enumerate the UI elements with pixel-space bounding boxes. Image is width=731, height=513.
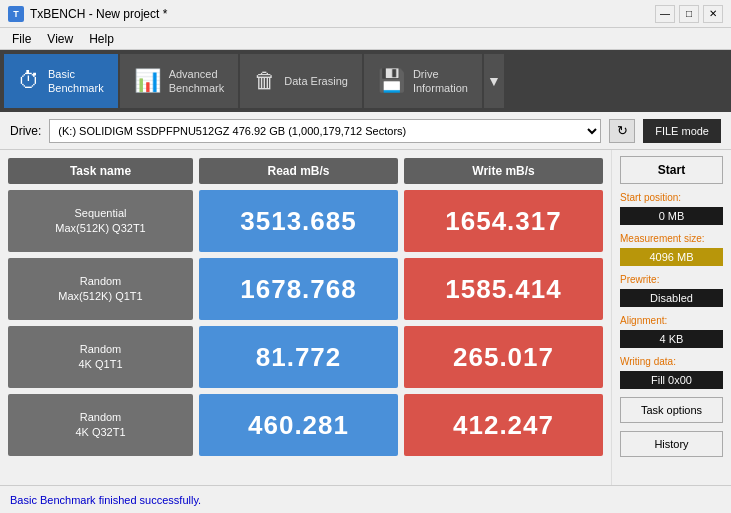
column-header-task: Task name bbox=[8, 158, 193, 184]
prewrite-label: Prewrite: bbox=[620, 274, 723, 285]
measurement-size-value: 4096 MB bbox=[620, 248, 723, 266]
toolbar-basic-benchmark-label: BasicBenchmark bbox=[48, 67, 104, 96]
start-position-value: 0 MB bbox=[620, 207, 723, 225]
task-cell-1: RandomMax(512K) Q1T1 bbox=[8, 258, 193, 320]
alignment-label: Alignment: bbox=[620, 315, 723, 326]
history-button[interactable]: History bbox=[620, 431, 723, 457]
toolbar-drive-information[interactable]: 💾 DriveInformation bbox=[364, 54, 482, 108]
read-cell-2: 81.772 bbox=[199, 326, 398, 388]
drive-select[interactable]: (K:) SOLIDIGM SSDPFPNU512GZ 476.92 GB (1… bbox=[49, 119, 601, 143]
write-cell-2: 265.017 bbox=[404, 326, 603, 388]
window-controls: — □ ✕ bbox=[655, 5, 723, 23]
drive-information-icon: 💾 bbox=[378, 68, 405, 94]
toolbar-advanced-benchmark-label: AdvancedBenchmark bbox=[169, 67, 225, 96]
toolbar-advanced-benchmark[interactable]: 📊 AdvancedBenchmark bbox=[120, 54, 239, 108]
maximize-button[interactable]: □ bbox=[679, 5, 699, 23]
advanced-benchmark-icon: 📊 bbox=[134, 68, 161, 94]
task-cell-3: Random4K Q32T1 bbox=[8, 394, 193, 456]
menu-view[interactable]: View bbox=[39, 30, 81, 48]
start-position-label: Start position: bbox=[620, 192, 723, 203]
toolbar: ⏱ BasicBenchmark 📊 AdvancedBenchmark 🗑 D… bbox=[0, 50, 731, 112]
drive-label: Drive: bbox=[10, 124, 41, 138]
toolbar-drive-information-label: DriveInformation bbox=[413, 67, 468, 96]
toolbar-dropdown-button[interactable]: ▼ bbox=[484, 54, 504, 108]
table-row: Random4K Q32T1 460.281 412.247 bbox=[8, 394, 603, 456]
status-bar: Basic Benchmark finished successfully. bbox=[0, 485, 731, 513]
status-message: Basic Benchmark finished successfully. bbox=[10, 494, 201, 506]
menu-file[interactable]: File bbox=[4, 30, 39, 48]
alignment-value: 4 KB bbox=[620, 330, 723, 348]
table-row: SequentialMax(512K) Q32T1 3513.685 1654.… bbox=[8, 190, 603, 252]
write-cell-3: 412.247 bbox=[404, 394, 603, 456]
measurement-size-label: Measurement size: bbox=[620, 233, 723, 244]
toolbar-data-erasing-label: Data Erasing bbox=[284, 74, 348, 88]
writing-data-value: Fill 0x00 bbox=[620, 371, 723, 389]
basic-benchmark-icon: ⏱ bbox=[18, 68, 40, 94]
prewrite-value: Disabled bbox=[620, 289, 723, 307]
table-header: Task name Read mB/s Write mB/s bbox=[8, 158, 603, 184]
close-button[interactable]: ✕ bbox=[703, 5, 723, 23]
title-bar-left: T TxBENCH - New project * bbox=[8, 6, 167, 22]
writing-data-label: Writing data: bbox=[620, 356, 723, 367]
start-button[interactable]: Start bbox=[620, 156, 723, 184]
toolbar-data-erasing[interactable]: 🗑 Data Erasing bbox=[240, 54, 362, 108]
drive-refresh-button[interactable]: ↻ bbox=[609, 119, 635, 143]
table-row: RandomMax(512K) Q1T1 1678.768 1585.414 bbox=[8, 258, 603, 320]
column-header-write: Write mB/s bbox=[404, 158, 603, 184]
main-content: Task name Read mB/s Write mB/s Sequentia… bbox=[0, 150, 731, 485]
app-icon: T bbox=[8, 6, 24, 22]
task-cell-0: SequentialMax(512K) Q32T1 bbox=[8, 190, 193, 252]
write-cell-0: 1654.317 bbox=[404, 190, 603, 252]
benchmark-area: Task name Read mB/s Write mB/s Sequentia… bbox=[0, 150, 611, 485]
read-cell-0: 3513.685 bbox=[199, 190, 398, 252]
toolbar-basic-benchmark[interactable]: ⏱ BasicBenchmark bbox=[4, 54, 118, 108]
read-cell-3: 460.281 bbox=[199, 394, 398, 456]
column-header-read: Read mB/s bbox=[199, 158, 398, 184]
drive-bar: Drive: (K:) SOLIDIGM SSDPFPNU512GZ 476.9… bbox=[0, 112, 731, 150]
right-panel: Start Start position: 0 MB Measurement s… bbox=[611, 150, 731, 485]
menu-bar: File View Help bbox=[0, 28, 731, 50]
table-row: Random4K Q1T1 81.772 265.017 bbox=[8, 326, 603, 388]
window-title: TxBENCH - New project * bbox=[30, 7, 167, 21]
write-cell-1: 1585.414 bbox=[404, 258, 603, 320]
file-mode-button[interactable]: FILE mode bbox=[643, 119, 721, 143]
title-bar: T TxBENCH - New project * — □ ✕ bbox=[0, 0, 731, 28]
data-erasing-icon: 🗑 bbox=[254, 68, 276, 94]
task-cell-2: Random4K Q1T1 bbox=[8, 326, 193, 388]
read-cell-1: 1678.768 bbox=[199, 258, 398, 320]
minimize-button[interactable]: — bbox=[655, 5, 675, 23]
menu-help[interactable]: Help bbox=[81, 30, 122, 48]
task-options-button[interactable]: Task options bbox=[620, 397, 723, 423]
